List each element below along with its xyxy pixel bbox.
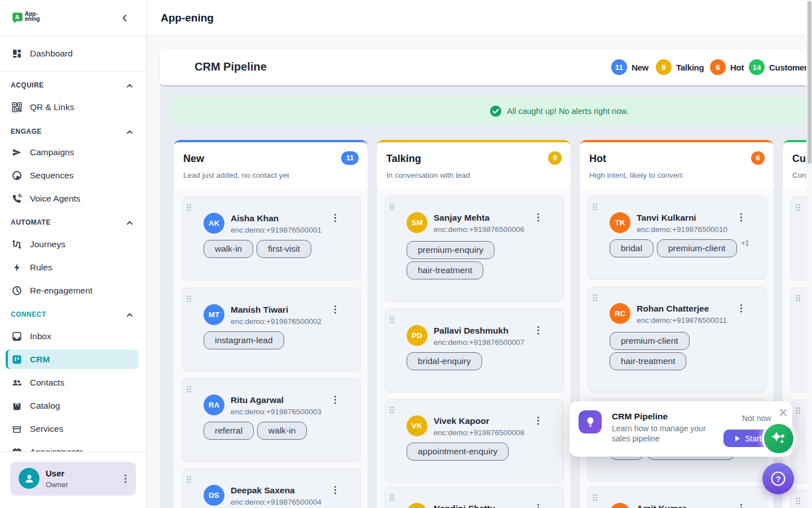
svg-text:?: ? <box>775 474 780 483</box>
svg-text:A: A <box>15 14 19 20</box>
